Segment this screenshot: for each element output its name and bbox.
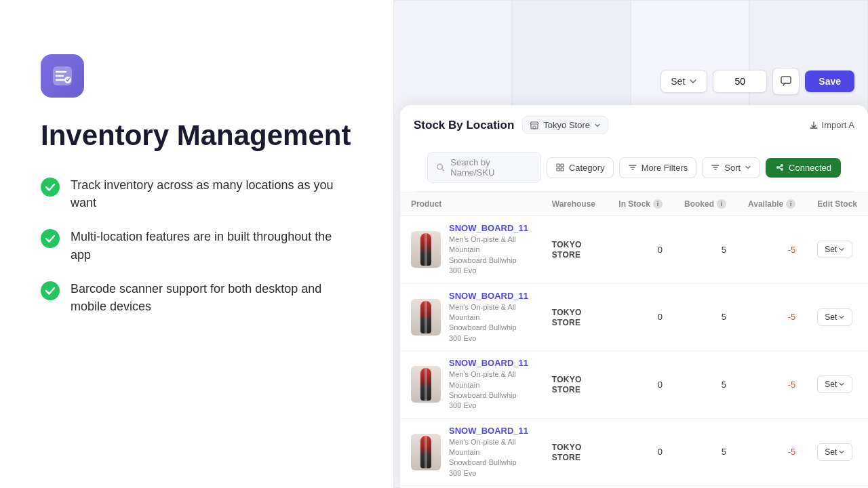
cell-warehouse-0: TOKYO STORE [541, 216, 608, 284]
product-desc: Men's On-piste & All MountainSnowboard B… [449, 235, 530, 277]
check-icon-2 [41, 229, 60, 248]
location-selector[interactable]: Tokyo Store [522, 116, 608, 134]
svg-point-2 [41, 178, 60, 197]
search-placeholder: Search by Name/SKU [450, 157, 532, 178]
product-desc: Men's On-piste & All MountainSnowboard B… [449, 302, 530, 344]
cell-action-0: Set [806, 216, 868, 284]
quantity-input[interactable] [713, 70, 767, 93]
product-thumbnail [411, 231, 441, 268]
store-icon [530, 121, 539, 130]
import-icon [809, 121, 818, 130]
sort-label: Sort [724, 163, 741, 173]
comment-button[interactable] [772, 68, 800, 95]
col-product: Product [400, 192, 541, 216]
feature-list: Track inventory across as many locations… [41, 176, 353, 315]
table-container: Product Warehouse In Stock i [400, 192, 868, 488]
search-box[interactable]: Search by Name/SKU [427, 152, 541, 183]
cell-in-stock-0: 0 [608, 216, 673, 284]
svg-rect-10 [561, 164, 564, 167]
set-label: Set [671, 76, 685, 87]
cell-action-3: Set [806, 418, 868, 486]
left-panel: Inventory Management Track inventory acr… [0, 0, 393, 488]
warehouse-value: TOKYO STORE [552, 308, 582, 327]
card-title: Stock By Location [414, 119, 514, 132]
feature-item-2: Multi-location features are in built thr… [41, 228, 353, 263]
inventory-table: Product Warehouse In Stock i [400, 192, 868, 488]
feature-text-2: Multi-location features are in built thr… [71, 228, 353, 263]
cell-available-2: -5 [737, 351, 806, 419]
connected-label: Connected [789, 163, 831, 173]
booked-info-icon: i [717, 199, 726, 209]
feature-item-1: Track inventory across as many locations… [41, 176, 353, 211]
check-icon-1 [41, 178, 60, 197]
page-title: Inventory Management [41, 119, 353, 152]
dropdown-icon [594, 122, 601, 129]
more-filters-label: More Filters [642, 163, 688, 173]
cell-product-3: SNOW_BOARD_11 Men's On-piste & All Mount… [400, 418, 541, 486]
import-button[interactable]: Import A [809, 120, 854, 130]
cell-product-1: SNOW_BOARD_11 Men's On-piste & All Mount… [400, 283, 541, 351]
col-available: Available i [737, 192, 806, 216]
chevron-down-icon [689, 77, 697, 85]
cell-available-0: -5 [737, 216, 806, 284]
table-row: SNOW_BOARD_11 Men's On-piste & All Mount… [400, 418, 868, 486]
set-action-button[interactable]: Set [817, 375, 852, 393]
action-chevron-icon [838, 449, 845, 455]
svg-rect-11 [557, 168, 559, 171]
feature-item-3: Barcode scanner support for both desktop… [41, 280, 353, 315]
more-filters-button[interactable]: More Filters [619, 157, 697, 178]
col-booked: Booked i [673, 192, 737, 216]
sort-icon [711, 163, 720, 172]
feature-text-1: Track inventory across as many locations… [71, 176, 353, 211]
category-label: Category [569, 163, 605, 173]
connected-button[interactable]: Connected [766, 158, 841, 178]
product-desc: Men's On-piste & All MountainSnowboard B… [449, 369, 530, 411]
warehouse-value: TOKYO STORE [552, 375, 582, 394]
cell-in-stock-1: 0 [608, 283, 673, 351]
category-icon [555, 163, 565, 172]
action-chevron-icon [838, 246, 845, 253]
svg-rect-5 [781, 77, 791, 83]
product-sku: SNOW_BOARD_11 [449, 426, 530, 436]
app-icon [41, 54, 84, 98]
feature-text-3: Barcode scanner support for both desktop… [71, 280, 353, 315]
product-thumbnail [411, 434, 441, 470]
import-label: Import A [822, 120, 854, 130]
set-dropdown[interactable]: Set [660, 70, 707, 93]
product-sku: SNOW_BOARD_11 [449, 223, 530, 233]
card-title-left: Stock By Location Tokyo Store [414, 116, 608, 134]
product-thumbnail [411, 299, 441, 336]
table-row: SNOW_BOARD_11 Men's On-piste & All Mount… [400, 216, 868, 284]
cell-booked-3: 5 [673, 418, 737, 486]
cell-warehouse-1: TOKYO STORE [541, 283, 608, 351]
cell-warehouse-3: TOKYO STORE [541, 418, 608, 486]
cell-product-0: SNOW_BOARD_11 Men's On-piste & All Mount… [400, 216, 541, 284]
check-icon-3 [41, 281, 60, 300]
inventory-card: Stock By Location Tokyo Store [400, 105, 868, 488]
table-body: SNOW_BOARD_11 Men's On-piste & All Mount… [400, 216, 868, 489]
table-header: Product Warehouse In Stock i [400, 192, 868, 216]
cell-in-stock-2: 0 [608, 351, 673, 419]
in-stock-info-icon: i [653, 199, 663, 209]
category-filter-button[interactable]: Category [547, 157, 614, 178]
save-button[interactable]: Save [805, 70, 854, 92]
set-action-button[interactable]: Set [817, 443, 852, 461]
col-in-stock: In Stock i [608, 192, 673, 216]
sort-button[interactable]: Sort [702, 157, 760, 178]
svg-rect-9 [557, 164, 559, 167]
svg-point-13 [776, 166, 779, 169]
product-sku: SNOW_BOARD_11 [449, 358, 530, 368]
sort-chevron-icon [745, 164, 751, 171]
warehouse-value: TOKYO STORE [552, 443, 582, 462]
location-label: Tokyo Store [543, 120, 590, 130]
connected-icon [775, 163, 785, 172]
set-action-button[interactable]: Set [817, 241, 852, 258]
cell-in-stock-3: 0 [608, 418, 673, 486]
right-panel: Set Save Stock By Location [393, 0, 868, 488]
comment-icon [780, 75, 792, 87]
available-info-icon: i [786, 199, 795, 209]
set-action-button[interactable]: Set [817, 308, 852, 326]
col-edit-stock: Edit Stock [806, 192, 868, 216]
cell-booked-2: 5 [673, 351, 737, 419]
cell-available-3: -5 [737, 418, 806, 486]
